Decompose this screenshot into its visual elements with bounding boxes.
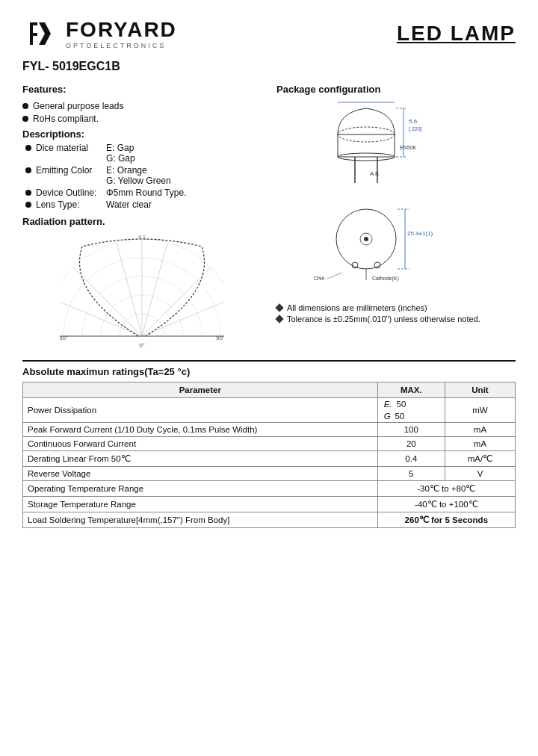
svg-text:5.0±0.5: 5.0±0.5 [359, 101, 379, 102]
desc-lens-content: Lens Type: Water clear [36, 199, 152, 210]
desc-emitting-color: Emitting Color E: Orange G: Yellow Green [22, 165, 262, 186]
peak-current-value: 100 [377, 423, 445, 437]
svg-text:EN50K: EN50K [400, 145, 417, 150]
radiation-diagram: 0° 90° 90° 0.1 [22, 232, 262, 351]
soldering-temp-label: Load Soldering Temperature[4mm(.157") Fr… [23, 512, 378, 528]
table-header-max: MAX. [377, 382, 445, 398]
power-e-value: 50 [397, 400, 406, 409]
tolerance-notes: All dimensions are millimeters (inches) … [276, 303, 516, 323]
logo-sub: OPTOELECTRONICS [66, 42, 177, 49]
desc-outline-label: Device Outline: [36, 188, 103, 198]
table-row: Power Dissipation E. 50 mW [23, 398, 516, 411]
operating-temp-label: Operating Temperature Range [23, 481, 378, 497]
feature-item-2: RoHs compliant. [22, 114, 262, 124]
continuous-current-value: 20 [377, 437, 445, 451]
reverse-voltage-unit: V [445, 467, 515, 481]
continuous-current-unit: mA [445, 437, 515, 451]
left-column: Features: General purpose leads RoHs com… [22, 84, 262, 351]
bullet-icon [25, 145, 31, 151]
reverse-voltage-label: Reverse Voltage [23, 467, 378, 481]
peak-current-label: Peak Forward Current (1/10 Duty Cycle, 0… [23, 423, 378, 437]
desc-lens-value: Water clear [106, 199, 152, 210]
header: FORYARD OPTOELECTRONICS LED LAMP [22, 15, 516, 52]
power-g-row: G 50 [378, 410, 445, 422]
svg-point-38 [364, 237, 368, 241]
derating-unit: mA/℃ [445, 451, 515, 467]
bullet-icon [25, 167, 31, 173]
table-row: Peak Forward Current (1/10 Duty Cycle, 0… [23, 423, 516, 437]
desc-dice-row2: G: Gap [36, 153, 135, 164]
svg-line-47 [327, 273, 342, 279]
derating-label: Derating Linear From 50℃ [23, 451, 378, 467]
svg-text:Chin: Chin [314, 276, 325, 281]
storage-temp-value: -40℃ to +100℃ [377, 497, 515, 512]
desc-emitting-value2: G: Yellow Green [106, 176, 171, 186]
bullet-icon [25, 190, 31, 196]
desc-lens-type: Lens Type: Water clear [22, 199, 262, 210]
bullet-icon [22, 103, 28, 109]
package-diagram: 5.6 [.220] 5.0±0.5 A K EN50K [276, 101, 516, 297]
desc-emitting-value1: E: Orange [106, 165, 147, 176]
power-dissipation-label: Power Dissipation [23, 398, 378, 423]
package-config-title: Package configuration [276, 84, 516, 95]
desc-emitting-content: Emitting Color E: Orange G: Yellow Green [36, 165, 171, 186]
tolerance-item-2: Tolerance is ±0.25mm(.010") unless other… [276, 315, 516, 323]
svg-text:25.4±1(1): 25.4±1(1) [407, 230, 433, 237]
ratings-table: Parameter MAX. Unit Power Dissipation E.… [22, 382, 516, 528]
feature-text-1: General purpose leads [33, 101, 123, 111]
tolerance-text-1: All dimensions are millimeters (inches) [287, 303, 427, 312]
operating-temp-value: -30℃ to +80℃ [377, 481, 515, 497]
logo-area: FORYARD OPTOELECTRONICS [22, 15, 177, 52]
svg-line-11 [73, 267, 142, 336]
desc-dice-material: Dice material E: Gap G: Gap [22, 143, 262, 164]
svg-text:5.6: 5.6 [409, 118, 418, 125]
table-row: Operating Temperature Range -30℃ to +80℃ [23, 481, 516, 497]
svg-line-13 [117, 243, 142, 336]
soldering-temp-value: 260℃ for 5 Seconds [377, 512, 515, 528]
svg-text:90°: 90° [60, 335, 68, 341]
table-row: Load Soldering Temperature[4mm(.157") Fr… [23, 512, 516, 528]
led-lamp-title: LED LAMP [397, 22, 516, 46]
storage-temp-label: Storage Temperature Range [23, 497, 378, 512]
svg-point-39 [352, 262, 358, 268]
radiation-title: Radiation pattern. [22, 216, 262, 227]
diamond-icon [275, 303, 283, 312]
desc-dice-value1: E: Gap [106, 143, 134, 153]
svg-line-12 [142, 243, 167, 336]
table-row: Reverse Voltage 5 V [23, 467, 516, 481]
desc-outline-value: Φ5mm Round Type. [106, 188, 186, 198]
foryard-logo-icon [22, 15, 60, 52]
logo-text: FORYARD OPTOELECTRONICS [66, 18, 177, 49]
main-content: Features: General purpose leads RoHs com… [22, 84, 516, 351]
table-header-unit: Unit [445, 382, 515, 398]
diamond-icon [275, 315, 283, 323]
desc-outline-row: Device Outline: Φ5mm Round Type. [36, 188, 186, 198]
svg-marker-1 [39, 22, 51, 45]
feature-text-2: RoHs compliant. [33, 114, 99, 124]
desc-outline-content: Device Outline: Φ5mm Round Type. [36, 188, 186, 198]
svg-text:90°: 90° [216, 335, 224, 341]
feature-item-1: General purpose leads [22, 101, 262, 111]
abs-max-title: Absolute maximun ratings(Ta=25 °c) [22, 366, 516, 377]
derating-value: 0.4 [377, 451, 445, 467]
desc-dice-row1: Dice material E: Gap [36, 143, 135, 153]
power-g-label: G [383, 412, 391, 421]
svg-text:[.220]: [.220] [409, 126, 422, 132]
svg-text:0°: 0° [139, 342, 145, 349]
desc-device-outline: Device Outline: Φ5mm Round Type. [22, 188, 262, 198]
descriptions-title: Descriptions: [22, 128, 262, 140]
continuous-current-label: Continuous Forward Current [23, 437, 378, 451]
desc-dice-value2: G: Gap [106, 153, 135, 164]
peak-current-unit: mA [445, 423, 515, 437]
reverse-voltage-value: 5 [377, 467, 445, 481]
svg-line-10 [142, 267, 211, 336]
table-row: Continuous Forward Current 20 mA [23, 437, 516, 451]
svg-point-40 [374, 262, 380, 268]
svg-marker-0 [30, 22, 37, 45]
package-svg: 5.6 [.220] 5.0±0.5 A K EN50K [276, 101, 486, 295]
table-row: Storage Temperature Range -40℃ to +100℃ [23, 497, 516, 512]
svg-text:A K: A K [370, 170, 380, 177]
table-header-parameter: Parameter [23, 382, 378, 398]
radiation-svg: 0° 90° 90° 0.1 [60, 232, 224, 351]
power-e-label: E. [383, 400, 392, 409]
